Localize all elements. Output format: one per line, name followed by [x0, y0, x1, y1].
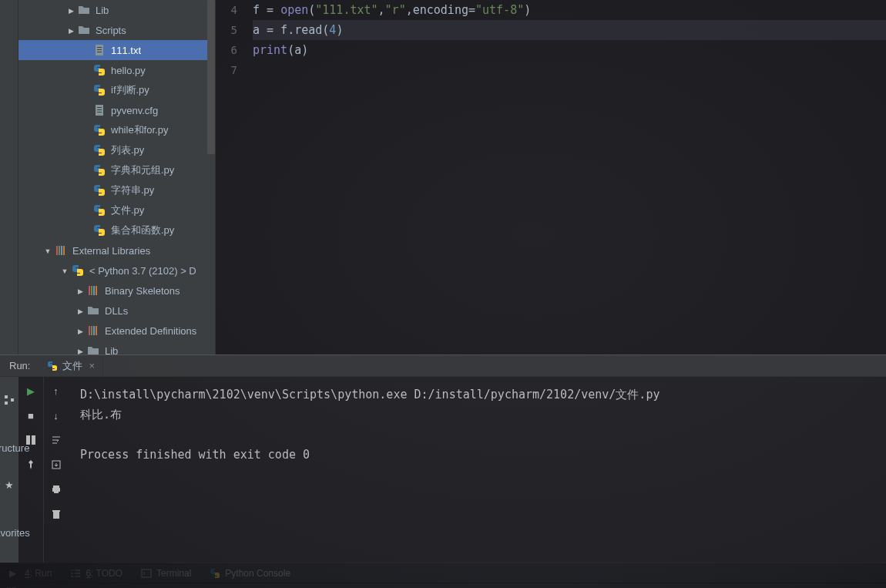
svg-rect-18: [93, 326, 95, 335]
svg-rect-2: [97, 49, 102, 50]
chevron-icon: [74, 287, 86, 295]
svg-rect-33: [71, 576, 73, 577]
svg-rect-12: [89, 286, 90, 295]
tree-item[interactable]: 集合和函数.py: [18, 220, 215, 240]
svg-rect-16: [89, 326, 90, 335]
scrollbar[interactable]: [207, 0, 215, 154]
tree-item[interactable]: while和for.py: [18, 120, 215, 140]
tree-item[interactable]: pyvenv.cfg: [18, 100, 215, 120]
layout-button[interactable]: [23, 432, 39, 448]
tree-item[interactable]: Lib: [18, 0, 215, 20]
tree-label: < Python 3.7 (2102) > D: [89, 265, 196, 277]
svg-rect-3: [97, 52, 102, 52]
txt-icon: [92, 43, 106, 57]
tree-label: 文件.py: [111, 203, 144, 217]
chevron-icon: [74, 347, 86, 355]
folder-icon: [77, 3, 91, 17]
svg-rect-5: [97, 107, 102, 108]
tree-item[interactable]: 列表.py: [18, 140, 215, 160]
svg-rect-1: [97, 47, 102, 48]
svg-rect-28: [54, 491, 59, 493]
python-icon: [71, 264, 85, 277]
py-icon: [92, 63, 106, 77]
external-libraries[interactable]: External Libraries: [18, 240, 215, 260]
py-icon: [92, 183, 106, 197]
svg-rect-29: [53, 512, 59, 519]
run-toolbar-1: ▶ ■: [18, 377, 43, 563]
libbar-icon: [86, 284, 100, 297]
terminal-tab-button[interactable]: Terminal: [141, 568, 191, 579]
chevron-down-icon: [42, 247, 54, 255]
run-tab-button[interactable]: ▶ 4: Run: [9, 568, 52, 579]
python-icon: [47, 361, 58, 371]
tree-label: 111.txt: [111, 45, 141, 56]
run-tab[interactable]: 文件 ×: [39, 355, 103, 376]
print-icon[interactable]: [49, 482, 64, 497]
list-icon: [70, 568, 81, 579]
svg-rect-32: [71, 573, 73, 574]
tree-item[interactable]: 字符串.py: [18, 180, 215, 200]
line-gutter: 4 5 6 7: [216, 0, 247, 354]
code-area[interactable]: f = open("111.txt","r",encoding="utf-8")…: [247, 0, 886, 354]
svg-rect-36: [75, 576, 80, 577]
tree-label: 字典和元组.py: [111, 163, 174, 177]
scroll-icon[interactable]: [49, 457, 64, 472]
py-icon: [92, 83, 106, 97]
folder-icon: [86, 304, 100, 318]
tree-label: Scripts: [96, 25, 126, 36]
console-output[interactable]: D:\install\pycharm\2102\venv\Scripts\pyt…: [68, 377, 886, 563]
close-icon[interactable]: ×: [89, 360, 95, 371]
code-editor[interactable]: 4 5 6 7 f = open("111.txt","r",encoding=…: [216, 0, 886, 354]
tree-item[interactable]: if判断.py: [18, 80, 215, 100]
tree-item[interactable]: DLLs: [18, 301, 215, 321]
tree-item[interactable]: Scripts: [18, 20, 215, 40]
up-arrow-icon[interactable]: ↑: [49, 383, 64, 398]
wrap-icon[interactable]: [49, 432, 64, 448]
console-line: 科比.布: [80, 405, 874, 425]
chevron-icon: [74, 327, 86, 335]
tree-item[interactable]: 字典和元组.py: [18, 160, 215, 180]
svg-rect-10: [61, 246, 62, 255]
down-arrow-icon[interactable]: ↓: [49, 408, 64, 423]
svg-rect-30: [52, 510, 60, 512]
pin-button[interactable]: [23, 457, 39, 472]
tree-label: External Libraries: [72, 245, 150, 257]
trash-icon[interactable]: [49, 506, 64, 522]
chevron-icon: [74, 307, 86, 315]
stop-button[interactable]: ■: [23, 408, 39, 423]
svg-rect-20: [5, 395, 8, 398]
star-icon[interactable]: ★: [2, 477, 17, 492]
svg-rect-35: [75, 573, 80, 574]
folder-icon: [86, 344, 100, 354]
svg-rect-19: [96, 326, 97, 335]
tree-item[interactable]: 文件.py: [18, 200, 215, 220]
tree-item[interactable]: 111.txt: [18, 40, 215, 60]
svg-rect-11: [63, 246, 65, 255]
py-icon: [92, 203, 106, 217]
svg-rect-8: [56, 246, 58, 255]
tree-item[interactable]: Lib: [18, 341, 215, 354]
svg-rect-24: [32, 435, 35, 445]
svg-rect-31: [71, 570, 73, 571]
svg-rect-21: [5, 402, 8, 405]
project-tree[interactable]: LibScripts111.txthello.pyif判断.pypyvenv.c…: [18, 0, 216, 354]
libbar-icon: [86, 324, 100, 338]
tree-label: 列表.py: [111, 143, 144, 157]
run-button[interactable]: ▶: [23, 383, 39, 398]
svg-rect-7: [97, 112, 102, 113]
tree-item[interactable]: Binary Skeletons: [18, 281, 215, 301]
tree-label: DLLs: [105, 305, 128, 317]
tree-item[interactable]: Extended Definitions: [18, 321, 215, 341]
run-tab-label: 文件: [62, 359, 82, 373]
structure-icon[interactable]: [2, 392, 17, 408]
tree-label: Binary Skeletons: [105, 285, 180, 297]
python-console-tab-button[interactable]: Python Console: [210, 568, 290, 579]
todo-tab-button[interactable]: 6: TODO: [70, 568, 122, 579]
svg-rect-13: [91, 286, 92, 295]
py-icon: [92, 223, 106, 237]
run-header: Run: 文件 ×: [0, 355, 886, 377]
tree-label: 集合和函数.py: [111, 223, 174, 237]
tree-label: Lib: [96, 5, 109, 16]
python-sdk[interactable]: < Python 3.7 (2102) > D: [18, 260, 215, 281]
tree-item[interactable]: hello.py: [18, 60, 215, 80]
